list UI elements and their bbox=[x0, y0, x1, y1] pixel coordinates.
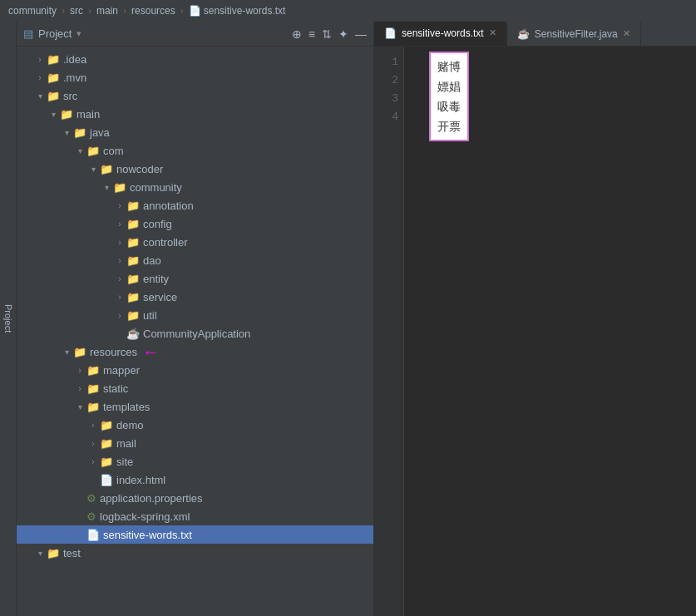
tree-item-application.properties[interactable]: ⚙application.properties bbox=[17, 489, 373, 507]
breadcrumb-src[interactable]: src bbox=[70, 5, 83, 17]
tree-label-dao: dao bbox=[143, 254, 161, 267]
tree-item-controller[interactable]: 📁controller bbox=[17, 233, 373, 251]
file-icon: 📄 bbox=[189, 5, 201, 17]
tree-label-templates: templates bbox=[103, 401, 150, 413]
tree-icon-templates: 📁 bbox=[86, 401, 100, 413]
code-area[interactable]: 赌博 嫖娼 吸毒 开票 bbox=[404, 47, 696, 616]
tree-item-mail[interactable]: 📁mail bbox=[17, 434, 373, 452]
panel-ctrl-split[interactable]: ⇅ bbox=[322, 27, 332, 41]
tree-item-community[interactable]: 📁community bbox=[17, 178, 373, 196]
tree-arrow-src bbox=[33, 91, 47, 101]
tree-arrow-static bbox=[73, 384, 86, 393]
tab-label-filter: SensitiveFilter.java bbox=[535, 28, 618, 40]
tree-icon-annotation: 📁 bbox=[126, 200, 140, 212]
tree-item-entity[interactable]: 📁entity bbox=[17, 269, 373, 288]
breadcrumb-sep-2: › bbox=[88, 5, 91, 17]
tree-label-sensitive-words.txt: sensitive-words.txt bbox=[103, 529, 192, 541]
tree-label-static: static bbox=[103, 382, 128, 395]
tree-item-sensitive-words.txt[interactable]: 📄sensitive-words.txt bbox=[17, 525, 373, 544]
highlight-box: 赌博 嫖娼 吸毒 开票 bbox=[429, 52, 469, 141]
tree-icon-site: 📁 bbox=[100, 456, 113, 468]
tree-item-site[interactable]: 📁site bbox=[17, 452, 373, 471]
main-content: Project ▤ Project ▾ ⊕ ≡ ⇅ ✦ — 📁.idea📁.mv… bbox=[0, 22, 696, 616]
tree-arrow-dao bbox=[113, 256, 126, 265]
tree-item-util[interactable]: 📁util bbox=[17, 306, 373, 324]
tree-item-config[interactable]: 📁config bbox=[17, 214, 373, 233]
tree-item-logback-spring.xml[interactable]: ⚙logback-spring.xml bbox=[17, 507, 373, 525]
tree-label-application.properties: application.properties bbox=[100, 492, 203, 505]
tree-label-entity: entity bbox=[143, 273, 169, 285]
line-num-4: 4 bbox=[379, 108, 398, 126]
tree-icon-resources: 📁 bbox=[73, 346, 86, 358]
breadcrumb-resources[interactable]: resources bbox=[131, 5, 175, 17]
tree-label-index.html: index.html bbox=[116, 474, 165, 486]
panel-title: ▤ Project ▾ bbox=[23, 27, 81, 40]
tree-item-annotation[interactable]: 📁annotation bbox=[17, 196, 373, 214]
panel-title-label: Project bbox=[38, 27, 72, 40]
breadcrumb-filename: sensitive-words.txt bbox=[204, 5, 286, 17]
tree-icon-config: 📁 bbox=[126, 218, 140, 230]
tree-icon-dao: 📁 bbox=[126, 254, 140, 267]
tree-icon-mvn: 📁 bbox=[47, 71, 60, 84]
editor-tabs: 📄 sensitive-words.txt ✕ ☕ SensitiveFilte… bbox=[374, 22, 696, 47]
tree-item-demo[interactable]: 📁demo bbox=[17, 416, 373, 434]
panel-ctrl-list[interactable]: ≡ bbox=[309, 27, 315, 41]
panel-ctrl-minimize[interactable]: — bbox=[355, 27, 367, 41]
tree-item-nowcoder[interactable]: 📁nowcoder bbox=[17, 160, 373, 178]
tab-sensitive-filter[interactable]: ☕ SensitiveFilter.java ✕ bbox=[507, 22, 641, 46]
tree-arrow-mvn bbox=[33, 73, 47, 82]
breadcrumb-sep-1: › bbox=[62, 5, 65, 17]
tree-arrow-resources bbox=[60, 347, 73, 357]
tree-icon-mail: 📁 bbox=[100, 437, 113, 450]
breadcrumb-main[interactable]: main bbox=[96, 5, 118, 17]
tree-arrow-config bbox=[113, 219, 126, 229]
tree-item-idea[interactable]: 📁.idea bbox=[17, 50, 373, 68]
tree-label-util: util bbox=[143, 309, 157, 322]
editor-panel: 📄 sensitive-words.txt ✕ ☕ SensitiveFilte… bbox=[374, 22, 696, 616]
tree-arrow-community bbox=[100, 183, 113, 192]
tree-item-com[interactable]: 📁com bbox=[17, 141, 373, 160]
word-4: 开票 bbox=[437, 116, 461, 136]
tree-icon-service: 📁 bbox=[126, 291, 140, 303]
panel-ctrl-gear[interactable]: ✦ bbox=[338, 27, 348, 41]
tree-item-java[interactable]: 📁java bbox=[17, 123, 373, 141]
tree-icon-entity: 📁 bbox=[126, 273, 140, 285]
tab-icon-txt: 📄 bbox=[384, 27, 397, 39]
panel-dropdown-icon[interactable]: ▾ bbox=[77, 28, 81, 39]
breadcrumb-community[interactable]: community bbox=[8, 5, 57, 17]
tab-close-filter[interactable]: ✕ bbox=[623, 28, 630, 39]
tree-item-dao[interactable]: 📁dao bbox=[17, 251, 373, 269]
line-num-1: 1 bbox=[379, 53, 398, 71]
tree-item-src[interactable]: 📁src bbox=[17, 86, 373, 105]
tree-icon-nowcoder: 📁 bbox=[100, 163, 113, 175]
tree-arrow-idea bbox=[33, 55, 47, 64]
tree-item-test[interactable]: 📁test bbox=[17, 544, 373, 562]
tree-arrow-java bbox=[60, 128, 73, 137]
panel-ctrl-globe[interactable]: ⊕ bbox=[292, 27, 302, 41]
tree-item-resources[interactable]: 📁resources← bbox=[17, 342, 373, 361]
tree-arrow-nowcoder bbox=[86, 165, 100, 174]
tree-label-mail: mail bbox=[116, 437, 136, 450]
tab-close-sensitive[interactable]: ✕ bbox=[489, 27, 496, 38]
tree-item-service[interactable]: 📁service bbox=[17, 288, 373, 306]
word-3: 吸毒 bbox=[437, 96, 461, 116]
tree-item-CommunityApplication[interactable]: ☕CommunityApplication bbox=[17, 324, 373, 342]
tree-item-mapper[interactable]: 📁mapper bbox=[17, 361, 373, 379]
panel-controls: ⊕ ≡ ⇅ ✦ — bbox=[292, 27, 367, 41]
tree-icon-main: 📁 bbox=[60, 108, 73, 121]
tree-arrow-util bbox=[113, 311, 126, 320]
breadcrumb-file: 📄 sensitive-words.txt bbox=[189, 5, 286, 17]
tree-item-static[interactable]: 📁static bbox=[17, 379, 373, 397]
tree-item-index.html[interactable]: 📄index.html bbox=[17, 471, 373, 489]
panel-title-icon: ▤ bbox=[23, 27, 33, 40]
tree-arrow-test bbox=[33, 549, 47, 558]
tree-label-controller: controller bbox=[143, 236, 187, 249]
tree-label-service: service bbox=[143, 291, 177, 303]
word-1: 赌博 bbox=[437, 57, 461, 76]
tab-sensitive-words[interactable]: 📄 sensitive-words.txt ✕ bbox=[374, 22, 507, 46]
tree-item-mvn[interactable]: 📁.mvn bbox=[17, 68, 373, 86]
tree-item-templates[interactable]: 📁templates bbox=[17, 397, 373, 416]
tree-label-idea: .idea bbox=[63, 53, 86, 66]
breadcrumb-sep-4: › bbox=[180, 5, 184, 17]
tree-item-main[interactable]: 📁main bbox=[17, 105, 373, 123]
